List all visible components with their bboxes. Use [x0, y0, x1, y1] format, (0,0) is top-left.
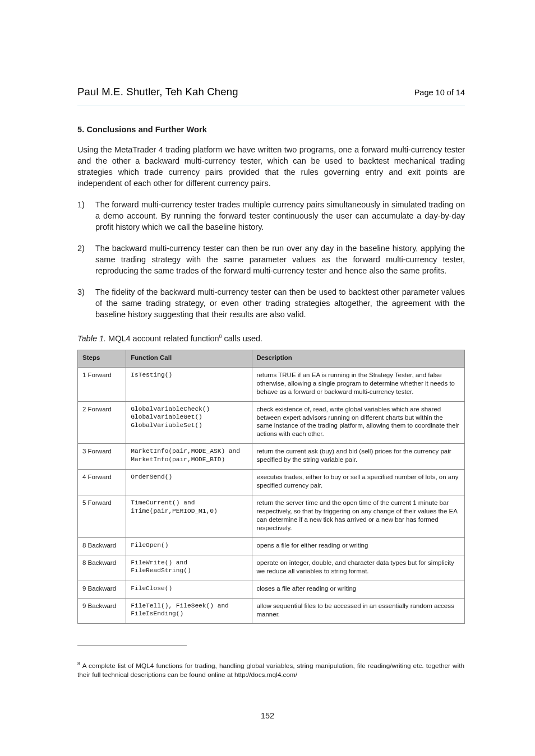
- th-steps: Steps: [78, 350, 126, 367]
- cell-call: TimeCurrent() and iTime(pair,PERIOD_M1,0…: [126, 495, 252, 538]
- footnote: 8A complete list of MQL4 functions for t…: [77, 661, 464, 680]
- cell-step: 8 Backward: [78, 537, 126, 555]
- table-row: 8 BackwardFileWrite() and FileReadString…: [78, 555, 465, 581]
- cell-description: check existence of, read, write global v…: [252, 401, 465, 444]
- table-row: 4 ForwardOrderSend()executes trades, eit…: [78, 470, 465, 495]
- section-heading: 5. Conclusions and Further Work: [77, 125, 465, 134]
- cell-description: return the current ask (buy) and bid (se…: [252, 444, 465, 470]
- th-description: Description: [252, 350, 465, 367]
- table-caption-label: Table 1.: [77, 334, 106, 343]
- cell-step: 9 Backward: [78, 581, 126, 598]
- step-1: 1)The forward multi-currency tester trad…: [95, 199, 465, 233]
- table-row: 3 ForwardMarketInfo(pair,MODE_ASK) and M…: [78, 444, 465, 470]
- step-3-number: 3): [77, 286, 95, 298]
- table-header-row: Steps Function Call Description: [78, 350, 465, 367]
- doc-header-page: Page 10 of 14: [414, 88, 465, 97]
- table-row: 5 ForwardTimeCurrent() and iTime(pair,PE…: [78, 495, 465, 538]
- doc-header-title: Paul M.E. Shutler, Teh Kah Cheng: [77, 86, 238, 98]
- page-number: 152: [0, 711, 535, 720]
- api-table: Steps Function Call Description 1 Forwar…: [77, 350, 465, 624]
- cell-step: 8 Backward: [78, 555, 126, 581]
- step-1-text: The forward multi-currency tester trades…: [95, 200, 465, 231]
- cell-call: OrderSend(): [126, 470, 252, 495]
- cell-description: opens a file for either reading or writi…: [252, 537, 465, 555]
- footnote-text: A complete list of MQL4 functions for tr…: [77, 662, 464, 679]
- cell-step: 5 Forward: [78, 495, 126, 538]
- table-row: 9 BackwardFileTell(), FileSeek() and Fil…: [78, 598, 465, 624]
- cell-description: operate on integer, double, and characte…: [252, 555, 465, 581]
- cell-step: 9 Backward: [78, 598, 126, 624]
- cell-call: IsTesting(): [126, 367, 252, 401]
- cell-description: closes a file after reading or writing: [252, 581, 465, 598]
- header-rule: [77, 105, 465, 105]
- cell-step: 4 Forward: [78, 470, 126, 495]
- table-row: 9 BackwardFileClose()closes a file after…: [78, 581, 465, 598]
- step-3: 3)The fidelity of the backward multi-cur…: [95, 286, 465, 320]
- table-row: 8 BackwardFileOpen()opens a file for eit…: [78, 537, 465, 555]
- cell-step: 3 Forward: [78, 444, 126, 470]
- table-row: 1 ForwardIsTesting()returns TRUE if an E…: [78, 367, 465, 401]
- cell-call: GlobalVariableCheck() GlobalVariableGet(…: [126, 401, 252, 444]
- cell-description: return the server time and the open time…: [252, 495, 465, 538]
- cell-call: FileClose(): [126, 581, 252, 598]
- cell-step: 1 Forward: [78, 367, 126, 401]
- cell-call: FileOpen(): [126, 537, 252, 555]
- cell-call: FileTell(), FileSeek() and FileIsEnding(…: [126, 598, 252, 624]
- table-caption-text: MQL4 account related function: [106, 334, 219, 343]
- step-2-text: The backward multi-currency tester can t…: [95, 244, 465, 275]
- footnote-rule: [77, 646, 187, 646]
- cell-call: MarketInfo(pair,MODE_ASK) and MarketInfo…: [126, 444, 252, 470]
- cell-call: FileWrite() and FileReadString(): [126, 555, 252, 581]
- table-row: 2 ForwardGlobalVariableCheck() GlobalVar…: [78, 401, 465, 444]
- step-2: 2)The backward multi-currency tester can…: [95, 243, 465, 276]
- step-1-number: 1): [77, 199, 95, 210]
- step-2-number: 2): [77, 243, 95, 254]
- cell-step: 2 Forward: [78, 401, 126, 444]
- table-caption: Table 1. MQL4 account related function8 …: [77, 333, 465, 343]
- footnote-number: 8: [77, 661, 80, 666]
- intro-paragraph: Using the MetaTrader 4 trading platform …: [77, 144, 465, 189]
- table-caption-tail: calls used.: [222, 334, 263, 343]
- cell-description: executes trades, either to buy or sell a…: [252, 470, 465, 495]
- step-3-text: The fidelity of the backward multi-curre…: [95, 287, 465, 319]
- cell-description: allow sequential files to be accessed in…: [252, 598, 465, 624]
- cell-description: returns TRUE if an EA is running in the …: [252, 367, 465, 401]
- th-call: Function Call: [126, 350, 252, 367]
